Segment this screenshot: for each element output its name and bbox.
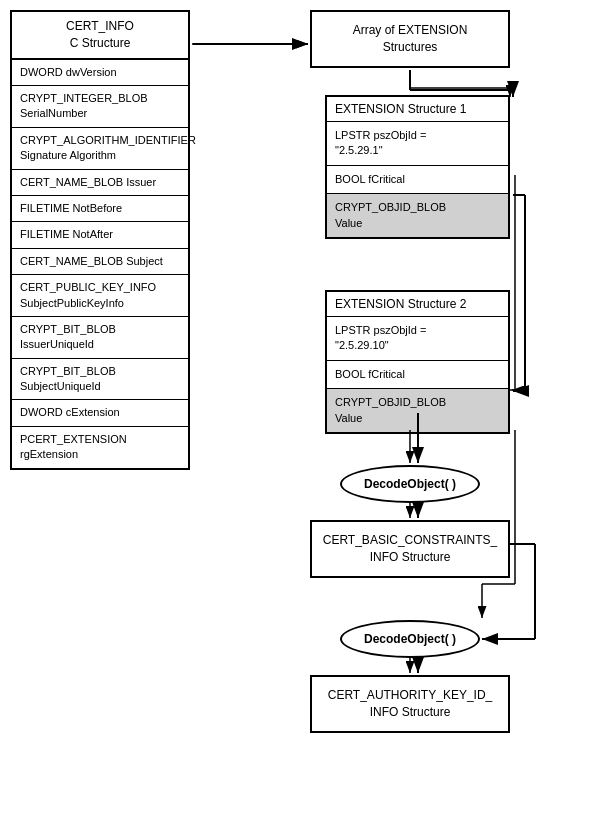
cert-row-1: CRYPT_INTEGER_BLOB SerialNumber [12,86,188,128]
ext1-title: EXTENSION Structure 1 [327,97,508,122]
ext1-row2: BOOL fCritical [327,166,508,194]
basic-constraints-line1: CERT_BASIC_CONSTRAINTS_ [323,533,498,547]
cert-row-5: FILETIME NotAfter [12,222,188,248]
ext2-title: EXTENSION Structure 2 [327,292,508,317]
cert-row-10: DWORD cExtension [12,400,188,426]
authority-key-line1: CERT_AUTHORITY_KEY_ID_ [328,688,493,702]
array-box-line1: Array of EXTENSION [353,23,468,37]
cert-row-4: FILETIME NotBefore [12,196,188,222]
cert-info-box: CERT_INFO C Structure DWORD dwVersion CR… [10,10,190,470]
basic-constraints-line2: INFO Structure [370,550,451,564]
array-box: Array of EXTENSION Structures [310,10,510,68]
array-box-line2: Structures [383,40,438,54]
cert-row-11: PCERT_EXTENSION rgExtension [12,427,188,468]
ext2-row2: BOOL fCritical [327,361,508,389]
cert-row-9: CRYPT_BIT_BLOB SubjectUniqueId [12,359,188,401]
cert-info-title: CERT_INFO C Structure [12,12,188,60]
extension-structure-2: EXTENSION Structure 2 LPSTR pszObjId = "… [325,290,510,434]
cert-info-title-line1: CERT_INFO [66,19,134,33]
ext1-row3: CRYPT_OBJID_BLOB Value [327,194,508,237]
cert-row-3: CERT_NAME_BLOB Issuer [12,170,188,196]
cert-row-2: CRYPT_ALGORITHM_IDENTIFIER Signature Alg… [12,128,188,170]
cert-row-0: DWORD dwVersion [12,60,188,86]
decode-object-1: DecodeObject( ) [340,465,480,503]
extension-structure-1: EXTENSION Structure 1 LPSTR pszObjId = "… [325,95,510,239]
cert-row-7: CERT_PUBLIC_KEY_INFO SubjectPublicKeyInf… [12,275,188,317]
cert-basic-constraints-box: CERT_BASIC_CONSTRAINTS_ INFO Structure [310,520,510,578]
authority-key-line2: INFO Structure [370,705,451,719]
diagram-container: CERT_INFO C Structure DWORD dwVersion CR… [0,0,615,817]
ext1-row1: LPSTR pszObjId = "2.5.29.1" [327,122,508,166]
cert-info-title-line2: C Structure [70,36,131,50]
decode-object-2: DecodeObject( ) [340,620,480,658]
cert-authority-key-box: CERT_AUTHORITY_KEY_ID_ INFO Structure [310,675,510,733]
ext2-row1: LPSTR pszObjId = "2.5.29.10" [327,317,508,361]
ext2-row3: CRYPT_OBJID_BLOB Value [327,389,508,432]
cert-row-8: CRYPT_BIT_BLOB IssuerUniqueId [12,317,188,359]
cert-row-6: CERT_NAME_BLOB Subject [12,249,188,275]
